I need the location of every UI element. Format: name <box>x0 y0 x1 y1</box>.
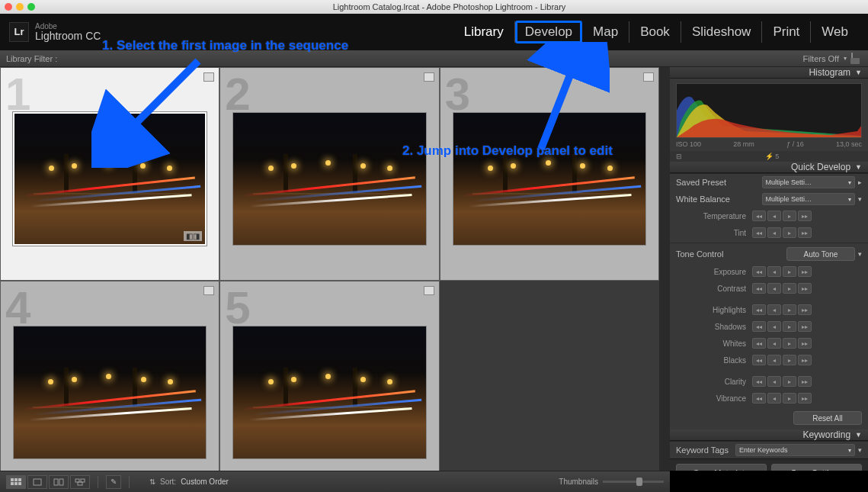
compare-view-button[interactable] <box>49 475 69 489</box>
chevron-down-icon[interactable]: ▾ <box>858 446 862 454</box>
module-book[interactable]: Book <box>629 21 681 43</box>
flag-icon[interactable] <box>203 72 214 82</box>
vibrance-stepper[interactable]: ◂◂◂▸▸▸ <box>752 393 812 404</box>
sort-direction-icon[interactable]: ⇅ <box>149 478 155 486</box>
flag-icon[interactable] <box>424 286 434 295</box>
stepper-button[interactable]: ▸▸ <box>798 355 812 365</box>
stepper-button[interactable]: ◂◂ <box>752 355 766 365</box>
module-map[interactable]: Map <box>582 21 629 43</box>
highlights-stepper[interactable]: ◂◂◂▸▸▸ <box>752 304 812 315</box>
stepper-button[interactable]: ◂ <box>767 211 781 221</box>
close-window-icon[interactable] <box>5 3 12 11</box>
keywording-header[interactable]: Keywording▼ <box>670 429 868 441</box>
stepper-button[interactable]: ▸ <box>783 321 796 332</box>
stepper-button[interactable]: ▸▸ <box>798 304 812 315</box>
zoom-window-icon[interactable] <box>27 3 35 11</box>
thumbnail-cell[interactable]: 1◧◨ <box>0 67 219 281</box>
keyword-tags-dropdown[interactable]: Enter Keywords▾ <box>735 444 855 456</box>
auto-tone-button[interactable]: Auto Tone <box>786 247 855 261</box>
chevron-down-icon[interactable]: ▾ <box>858 250 862 258</box>
thumbnail-cell[interactable]: 5 <box>219 281 439 471</box>
thumbnail-image[interactable] <box>232 112 426 246</box>
module-slideshow[interactable]: Slideshow <box>681 21 763 43</box>
thumbnail-cell[interactable]: 3 <box>440 67 659 281</box>
contrast-stepper[interactable]: ◂◂◂▸▸▸ <box>752 283 812 294</box>
exposure-stepper[interactable]: ◂◂◂▸▸▸ <box>752 266 812 277</box>
loupe-view-button[interactable] <box>27 475 47 489</box>
stepper-button[interactable]: ◂ <box>767 283 781 294</box>
shadows-stepper[interactable]: ◂◂◂▸▸▸ <box>752 321 812 332</box>
stepper-button[interactable]: ◂◂ <box>752 393 766 404</box>
stepper-button[interactable]: ▸ <box>783 266 796 277</box>
thumbnail-image[interactable] <box>232 326 426 459</box>
flag-icon[interactable] <box>643 72 654 82</box>
flag-icon[interactable] <box>424 72 434 82</box>
module-print[interactable]: Print <box>762 21 811 43</box>
sync-settings-button[interactable]: Sync Settings <box>771 464 862 471</box>
stepper-button[interactable]: ◂ <box>767 355 781 365</box>
stepper-button[interactable]: ▸▸ <box>798 227 812 238</box>
grid-scrollbar[interactable] <box>659 67 670 471</box>
stepper-button[interactable]: ▸▸ <box>798 338 812 349</box>
whites-stepper[interactable]: ◂◂◂▸▸▸ <box>752 338 812 349</box>
module-library[interactable]: Library <box>453 21 515 43</box>
blacks-stepper[interactable]: ◂◂◂▸▸▸ <box>752 355 812 365</box>
saved-preset-dropdown[interactable]: Multiple Setti…▾ <box>762 176 856 188</box>
temperature-stepper[interactable]: ◂◂◂▸▸▸ <box>752 211 812 221</box>
stepper-button[interactable]: ◂ <box>767 376 781 387</box>
stepper-button[interactable]: ▸▸ <box>798 321 812 332</box>
stepper-button[interactable]: ◂◂ <box>752 211 766 221</box>
sync-metadata-button[interactable]: Sync Metadata <box>676 464 767 471</box>
stepper-button[interactable]: ▸ <box>783 393 796 404</box>
stepper-button[interactable]: ◂◂ <box>752 321 766 332</box>
thumbnail-size-slider[interactable] <box>603 481 664 483</box>
flag-icon[interactable] <box>203 286 214 295</box>
tint-stepper[interactable]: ◂◂◂▸▸▸ <box>752 227 812 238</box>
thumbnail-image[interactable] <box>13 326 207 459</box>
grid-view-button[interactable] <box>6 475 26 489</box>
stepper-button[interactable]: ◂ <box>767 321 781 332</box>
stepper-button[interactable]: ▸▸ <box>798 376 812 387</box>
stepper-button[interactable]: ◂◂ <box>752 376 766 387</box>
white-balance-dropdown[interactable]: Multiple Setti…▾ <box>762 193 856 205</box>
stepper-button[interactable]: ▸ <box>783 376 796 387</box>
stepper-button[interactable]: ▸ <box>783 338 796 349</box>
sort-order-dropdown[interactable]: Custom Order <box>181 478 229 486</box>
filters-off-label[interactable]: Filters Off <box>803 54 839 63</box>
stepper-button[interactable]: ◂ <box>767 266 781 277</box>
stepper-button[interactable]: ▸▸ <box>798 211 812 221</box>
thumbnail-image[interactable]: ◧◨ <box>13 112 207 246</box>
quick-develop-header[interactable]: Quick Develop▼ <box>670 162 868 173</box>
stepper-button[interactable]: ◂◂ <box>752 227 766 238</box>
stepper-button[interactable]: ▸ <box>783 227 796 238</box>
histogram-plot[interactable] <box>676 83 862 138</box>
stepper-button[interactable]: ◂ <box>767 304 781 315</box>
stepper-button[interactable]: ▸▸ <box>798 266 812 277</box>
stepper-button[interactable]: ◂ <box>767 227 781 238</box>
thumbnail-cell[interactable]: 4 <box>0 281 219 471</box>
stepper-button[interactable]: ▸ <box>783 304 796 315</box>
reset-all-button[interactable]: Reset All <box>793 411 862 425</box>
module-develop[interactable]: Develop <box>515 21 582 43</box>
stepper-button[interactable]: ▸ <box>783 355 796 365</box>
minimize-window-icon[interactable] <box>16 3 24 11</box>
stepper-button[interactable]: ◂◂ <box>752 338 766 349</box>
stepper-button[interactable]: ◂◂ <box>752 304 766 315</box>
thumbnail-image[interactable] <box>453 112 646 246</box>
stepper-button[interactable]: ◂ <box>767 338 781 349</box>
stepper-button[interactable]: ◂ <box>767 393 781 404</box>
stepper-button[interactable]: ▸▸ <box>798 393 812 404</box>
stepper-button[interactable]: ▸▸ <box>798 283 812 294</box>
lock-icon[interactable] <box>851 53 853 63</box>
stepper-button[interactable]: ◂◂ <box>752 266 766 277</box>
survey-view-button[interactable] <box>70 475 90 489</box>
chevron-right-icon[interactable]: ▸ <box>858 178 862 186</box>
chevron-down-icon[interactable]: ▾ <box>844 55 847 62</box>
thumbnail-cell[interactable]: 2 <box>219 67 439 281</box>
painter-tool-button[interactable]: ✎ <box>106 475 121 489</box>
chevron-down-icon[interactable]: ▾ <box>858 195 862 203</box>
stepper-button[interactable]: ▸ <box>783 283 796 294</box>
stepper-button[interactable]: ▸ <box>783 211 796 221</box>
histogram-header[interactable]: Histogram▼ <box>670 67 868 79</box>
module-web[interactable]: Web <box>811 21 859 43</box>
